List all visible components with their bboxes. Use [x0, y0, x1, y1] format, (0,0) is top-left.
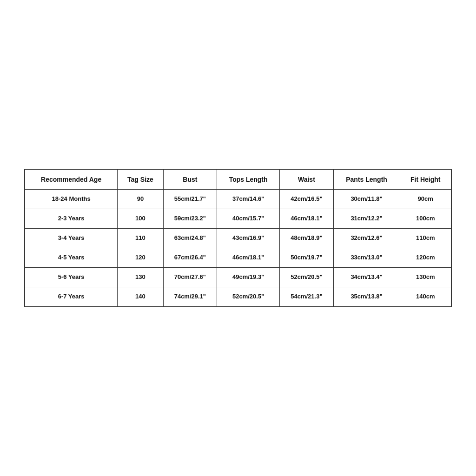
cell-fit-height: 120cm [400, 248, 451, 268]
table-row: 2-3 Years10059cm/23.2"40cm/15.7"46cm/18.… [25, 209, 451, 229]
table-header-row: Recommended Age Tag Size Bust Tops Lengt… [25, 169, 451, 190]
table-row: 6-7 Years14074cm/29.1"52cm/20.5"54cm/21.… [25, 287, 451, 306]
cell-age: 3-4 Years [25, 229, 118, 248]
col-header-pants-length: Pants Length [333, 169, 400, 190]
col-header-waist: Waist [280, 169, 333, 190]
table-row: 3-4 Years11063cm/24.8"43cm/16.9"48cm/18.… [25, 229, 451, 248]
cell-waist: 54cm/21.3" [280, 287, 333, 306]
col-header-fit-height: Fit Height [400, 169, 451, 190]
table-row: 18-24 Months9055cm/21.7"37cm/14.6"42cm/1… [25, 190, 451, 209]
col-header-age: Recommended Age [25, 169, 118, 190]
cell-bust: 55cm/21.7" [163, 190, 217, 209]
cell-waist: 42cm/16.5" [280, 190, 333, 209]
cell-tag-size: 130 [118, 267, 163, 287]
size-chart-container: Recommended Age Tag Size Bust Tops Lengt… [24, 169, 452, 307]
cell-age: 5-6 Years [25, 267, 118, 287]
cell-tops-length: 37cm/14.6" [217, 190, 280, 209]
cell-bust: 63cm/24.8" [163, 229, 217, 248]
cell-bust: 67cm/26.4" [163, 248, 217, 268]
cell-fit-height: 110cm [400, 229, 451, 248]
cell-waist: 46cm/18.1" [280, 209, 333, 229]
cell-pants-length: 34cm/13.4" [333, 267, 400, 287]
table-row: 4-5 Years12067cm/26.4"46cm/18.1"50cm/19.… [25, 248, 451, 268]
cell-age: 4-5 Years [25, 248, 118, 268]
cell-waist: 48cm/18.9" [280, 229, 333, 248]
cell-tag-size: 140 [118, 287, 163, 306]
cell-pants-length: 30cm/11.8" [333, 190, 400, 209]
col-header-tag-size: Tag Size [118, 169, 163, 190]
cell-age: 6-7 Years [25, 287, 118, 306]
cell-pants-length: 33cm/13.0" [333, 248, 400, 268]
cell-tag-size: 120 [118, 248, 163, 268]
cell-bust: 70cm/27.6" [163, 267, 217, 287]
cell-tops-length: 46cm/18.1" [217, 248, 280, 268]
size-chart-table: Recommended Age Tag Size Bust Tops Lengt… [24, 169, 452, 307]
cell-bust: 59cm/23.2" [163, 209, 217, 229]
table-row: 5-6 Years13070cm/27.6"49cm/19.3"52cm/20.… [25, 267, 451, 287]
col-header-tops-length: Tops Length [217, 169, 280, 190]
cell-fit-height: 90cm [400, 190, 451, 209]
cell-tops-length: 49cm/19.3" [217, 267, 280, 287]
cell-tag-size: 90 [118, 190, 163, 209]
cell-fit-height: 130cm [400, 267, 451, 287]
cell-age: 2-3 Years [25, 209, 118, 229]
cell-tag-size: 100 [118, 209, 163, 229]
cell-tag-size: 110 [118, 229, 163, 248]
cell-fit-height: 100cm [400, 209, 451, 229]
cell-waist: 52cm/20.5" [280, 267, 333, 287]
cell-fit-height: 140cm [400, 287, 451, 306]
cell-pants-length: 32cm/12.6" [333, 229, 400, 248]
cell-bust: 74cm/29.1" [163, 287, 217, 306]
cell-tops-length: 40cm/15.7" [217, 209, 280, 229]
cell-tops-length: 43cm/16.9" [217, 229, 280, 248]
cell-tops-length: 52cm/20.5" [217, 287, 280, 306]
cell-age: 18-24 Months [25, 190, 118, 209]
cell-pants-length: 31cm/12.2" [333, 209, 400, 229]
col-header-bust: Bust [163, 169, 217, 190]
cell-pants-length: 35cm/13.8" [333, 287, 400, 306]
cell-waist: 50cm/19.7" [280, 248, 333, 268]
